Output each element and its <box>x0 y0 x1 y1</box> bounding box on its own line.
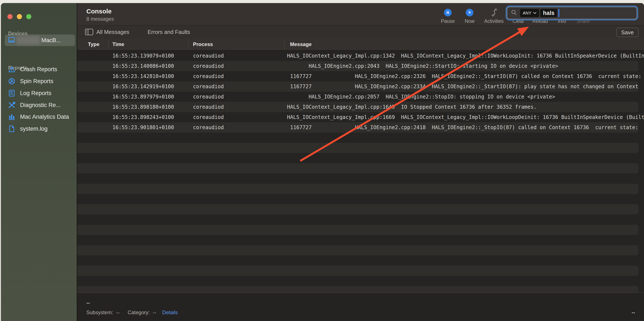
tab-bar: All Messages Errors and Faults Save <box>77 25 644 39</box>
detail-title: -- <box>86 300 90 306</box>
tab-all-messages[interactable]: All Messages <box>96 26 130 38</box>
table-row[interactable]: 16:55:23.142919+0100coreaudiod 1167727 H… <box>77 81 638 92</box>
table-row-empty <box>77 255 644 266</box>
cell-process: coreaudiod <box>193 71 224 81</box>
main-content: Console 8 messages PauseNowActivitiesCle… <box>77 3 644 321</box>
column-header-process[interactable]: Process <box>193 38 213 50</box>
sidebar-item-crash-reports[interactable]: Crash Reports <box>8 65 57 74</box>
cell-message: HALS_IOContext_Legacy_Impl.cpp:1645 IO S… <box>287 102 638 112</box>
cell-message: HALS_IOContext_Legacy_Impl.cpp:1342 HALS… <box>287 51 644 61</box>
table-row-empty <box>77 174 644 184</box>
table-row-empty <box>77 276 644 286</box>
save-button[interactable]: Save <box>616 28 638 37</box>
sidebar: Devices MacB... Reports Crash ReportsSpi… <box>1 3 77 321</box>
details-link[interactable]: Details <box>162 310 178 316</box>
detail-meta: Subsystem: -- Category: -- Details <box>86 310 178 316</box>
desktop: Devices MacB... Reports Crash ReportsSpi… <box>0 0 644 321</box>
log-table: 16:55:23.139079+0100coreaudiodHALS_IOCon… <box>77 51 644 293</box>
table-row[interactable]: 16:55:23.898180+0100coreaudiodHALS_IOCon… <box>77 102 638 112</box>
close-window-button[interactable] <box>8 14 12 19</box>
sidebar-item-spin-reports[interactable]: Spin Reports <box>8 76 53 86</box>
traffic-lights <box>8 14 31 19</box>
table-row[interactable]: 16:55:23.897979+0100coreaudiod HALS_IOEn… <box>77 92 644 102</box>
toolbar-button-label: Share <box>576 18 590 24</box>
table-row-empty <box>77 204 638 214</box>
table-row-empty <box>77 225 638 235</box>
table-row-empty <box>77 194 644 204</box>
cell-process: coreaudiod <box>193 61 224 71</box>
cell-message: 1167727 HALS_IOEngine2.cpp:2334 HALS_IOE… <box>287 81 638 92</box>
search-scope-label: ANY <box>523 11 532 15</box>
search-scope-token[interactable]: ANY <box>520 9 539 17</box>
sidebar-item-label: system.log <box>20 126 48 132</box>
zoom-window-button[interactable] <box>26 14 31 19</box>
column-header-time[interactable]: Time <box>112 38 124 50</box>
toolbar-button-label: Pause <box>441 18 455 24</box>
sidebar-item-label: Diagnostic Re... <box>20 102 61 108</box>
detail-right-value: -- <box>632 310 635 316</box>
toolbar-button-label: Info <box>558 18 566 24</box>
search-icon <box>511 9 517 17</box>
search-query-token[interactable]: hals <box>540 9 557 17</box>
column-divider[interactable] <box>108 40 108 49</box>
cell-message: HALS_IOEngine2.cpp:2043 HALS_IOEngine2::… <box>287 61 638 71</box>
table-row[interactable]: 16:55:23.140086+0100coreaudiod HALS_IOEn… <box>77 61 638 71</box>
table-row[interactable]: 16:55:23.898243+0100coreaudiodHALS_IOCon… <box>77 112 644 122</box>
table-row-empty <box>77 184 638 194</box>
column-header-message[interactable]: Message <box>290 38 312 50</box>
cell-process: coreaudiod <box>193 112 224 122</box>
sidebar-item-log-reports[interactable]: Log Reports <box>8 88 52 98</box>
column-divider[interactable] <box>284 40 284 49</box>
search-field[interactable]: ANY hals <box>507 7 637 19</box>
table-row-empty <box>77 163 638 174</box>
console-window: Devices MacB... Reports Crash ReportsSpi… <box>1 3 644 321</box>
sidebar-item-label: Spin Reports <box>20 78 53 85</box>
cell-process: coreaudiod <box>193 51 224 61</box>
sidebar-item-system-log[interactable]: system.log <box>8 124 48 133</box>
cell-time: 16:55:23.898180+0100 <box>112 102 174 112</box>
table-row[interactable]: 16:55:23.139079+0100coreaudiodHALS_IOCon… <box>77 51 644 61</box>
column-header-type[interactable]: Type <box>88 38 99 50</box>
activities-icon <box>490 9 498 16</box>
warning-triangle-icon <box>8 66 15 72</box>
now-icon <box>466 9 474 16</box>
cell-process: coreaudiod <box>193 122 224 133</box>
now-button[interactable]: Now <box>457 9 482 24</box>
minimize-window-button[interactable] <box>17 14 22 19</box>
column-divider[interactable] <box>188 40 188 49</box>
bar-chart-icon <box>8 114 15 120</box>
table-row-empty <box>77 266 638 276</box>
table-row[interactable]: 16:55:23.142810+0100coreaudiod 1167727 H… <box>77 71 644 81</box>
activities-button[interactable]: Activities <box>481 9 507 24</box>
subsystem-label: Subsystem: <box>86 310 113 316</box>
sidebar-item-label: Crash Reports <box>20 66 57 73</box>
sidebar-item-device[interactable]: MacB... <box>5 34 75 46</box>
aperture-icon <box>8 78 15 85</box>
text-cursor <box>558 9 559 17</box>
message-count: 8 messages <box>86 16 114 22</box>
cell-message: 1167727 HALS_IOEngine2.cpp:2326 HALS_IOE… <box>287 71 644 81</box>
chevron-down-icon <box>533 12 536 14</box>
category-label: Category: <box>128 310 150 316</box>
sidebar-item-diagnostic-re[interactable]: Diagnostic Re... <box>8 100 61 110</box>
cell-time: 16:55:23.901801+0100 <box>112 122 174 133</box>
toolbar-button-label: Activities <box>484 18 504 24</box>
cell-time: 16:55:23.898243+0100 <box>112 112 174 122</box>
table-row-empty <box>77 235 644 245</box>
laptop-icon <box>8 37 15 44</box>
table-row[interactable]: 16:55:23.901801+0100coreaudiod 1167727 H… <box>77 122 638 133</box>
cell-message: HALS_IOEngine2.cpp:2057 HALS_IOEngine2::… <box>287 92 644 102</box>
sidebar-item-label: Log Reports <box>20 90 52 97</box>
toolbar-button-label: Now <box>465 18 474 24</box>
page-title: Console <box>86 8 112 15</box>
tools-icon <box>8 102 15 108</box>
table-row-empty <box>77 153 644 163</box>
subsystem-value: -- <box>116 310 120 316</box>
cell-message: 1167727 HALS_IOEngine2.cpp:2418 HALS_IOE… <box>287 122 638 133</box>
sidebar-toggle-icon[interactable] <box>85 28 94 36</box>
cell-process: coreaudiod <box>193 102 224 112</box>
tab-errors-and-faults[interactable]: Errors and Faults <box>148 26 190 38</box>
cell-process: coreaudiod <box>193 81 224 92</box>
sidebar-item-mac-analytics-data[interactable]: Mac Analytics Data <box>8 112 69 121</box>
cell-time: 16:55:23.897979+0100 <box>112 92 174 102</box>
